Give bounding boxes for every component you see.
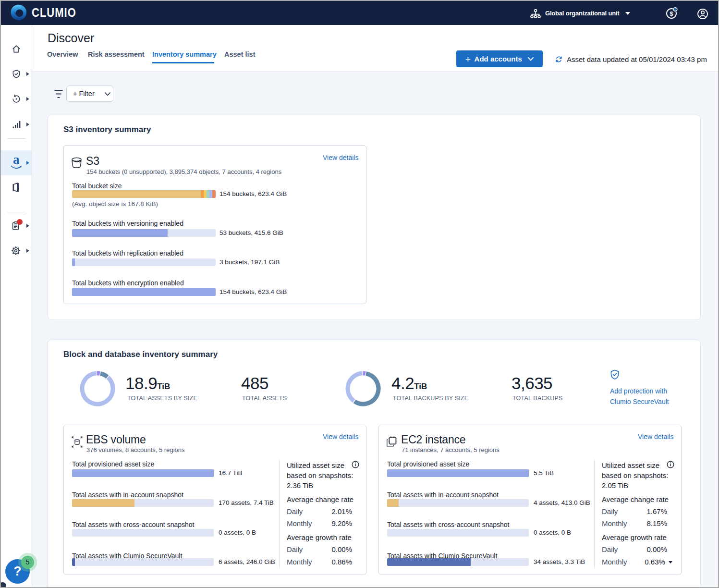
svg-text:$: $ — [670, 10, 673, 17]
